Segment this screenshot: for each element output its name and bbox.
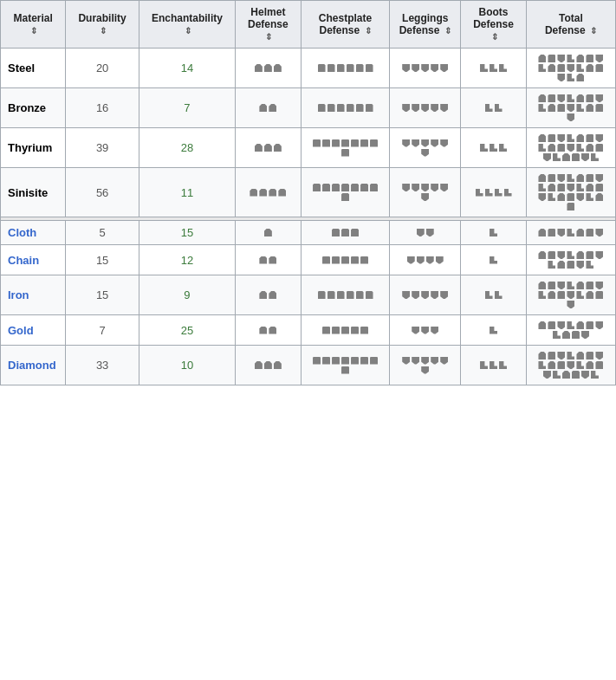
- leggings-defense-cell: [390, 245, 461, 275]
- enchantability-value: 11: [139, 168, 235, 217]
- col-header-total[interactable]: TotalDefense ⇕: [526, 1, 615, 49]
- boots-defense-cell: [461, 275, 527, 315]
- chest-pip: [360, 357, 368, 365]
- total-defense-cell: [526, 221, 615, 245]
- total-pip: [538, 55, 546, 62]
- enchantability-value: 15: [139, 221, 235, 245]
- chest-pip: [347, 104, 354, 112]
- total-pip: [572, 371, 580, 379]
- total-pip: [557, 184, 565, 191]
- total-pip: [586, 174, 593, 182]
- sort-arrows-material[interactable]: ⇕: [30, 26, 37, 36]
- sort-arrows-leggings[interactable]: ⇕: [444, 26, 451, 36]
- total-pip: [581, 153, 589, 161]
- total-pip: [538, 174, 546, 182]
- total-pip: [586, 352, 593, 359]
- boots-defense-cell: [461, 88, 527, 128]
- leg-pip: [421, 327, 429, 334]
- chest-pip: [356, 291, 364, 299]
- col-header-material[interactable]: Material ⇕: [1, 1, 66, 49]
- total-pip: [576, 174, 584, 182]
- total-pip: [576, 291, 584, 299]
- total-pip: [595, 55, 603, 62]
- col-header-leggings[interactable]: LeggingsDefense ⇕: [390, 1, 461, 49]
- total-pip: [595, 184, 603, 191]
- sort-arrows-chestplate[interactable]: ⇕: [365, 26, 372, 36]
- material-link-diamond[interactable]: Diamond: [8, 359, 56, 372]
- chest-pip: [356, 104, 364, 112]
- total-pip: [567, 94, 574, 102]
- leggings-defense-cell: [390, 346, 461, 385]
- chest-pip: [370, 184, 378, 191]
- material-label-bronze: Bronze: [8, 101, 46, 114]
- sort-arrows-helmet[interactable]: ⇕: [265, 32, 272, 42]
- col-header-boots[interactable]: BootsDefense ⇕: [461, 1, 527, 49]
- chest-pip: [360, 184, 368, 191]
- total-pip: [595, 361, 603, 369]
- chest-pip: [337, 104, 345, 112]
- leggings-defense-cell: [390, 49, 461, 88]
- total-defense-cell: [526, 168, 615, 217]
- total-pip: [567, 361, 574, 369]
- chest-pip: [351, 184, 359, 191]
- boot-pip: [490, 327, 497, 334]
- total-pip: [595, 193, 603, 201]
- total-pip: [567, 55, 574, 62]
- total-pip: [567, 193, 574, 201]
- leg-pip: [440, 291, 448, 299]
- chest-pip: [318, 64, 326, 72]
- total-pip: [581, 371, 589, 379]
- chest-pip: [366, 104, 373, 112]
- chest-pip: [341, 184, 349, 191]
- chestplate-defense-cell: [301, 346, 390, 385]
- leg-pip: [417, 229, 425, 236]
- col-header-durability[interactable]: Durability ⇕: [66, 1, 139, 49]
- col-header-enchantability[interactable]: Enchantability ⇕: [139, 1, 235, 49]
- leg-pip: [431, 104, 438, 112]
- leg-pip: [421, 104, 429, 112]
- total-pip: [557, 251, 565, 259]
- sort-arrows-enchantability[interactable]: ⇕: [185, 26, 191, 36]
- material-link-gold[interactable]: Gold: [8, 324, 34, 337]
- chest-pip: [360, 327, 368, 334]
- total-pip: [595, 321, 603, 329]
- helm-pip: [274, 64, 282, 72]
- total-pip: [538, 282, 546, 289]
- sort-arrows-total[interactable]: ⇕: [590, 26, 597, 36]
- helmet-defense-cell: [235, 128, 301, 168]
- total-pip: [586, 94, 593, 102]
- sort-arrows-boots[interactable]: ⇕: [491, 32, 498, 42]
- leg-pip: [440, 357, 448, 365]
- col-header-chestplate[interactable]: ChestplateDefense ⇕: [301, 1, 390, 49]
- helm-pip: [264, 361, 272, 369]
- total-pip: [595, 229, 603, 236]
- material-label-thyrium: Thyrium: [8, 141, 52, 154]
- total-defense-cell: [526, 275, 615, 315]
- helm-pip: [259, 327, 267, 334]
- leg-pip: [412, 327, 419, 334]
- leg-pip: [402, 291, 410, 299]
- col-header-helmet[interactable]: HelmetDefense ⇕: [235, 1, 301, 49]
- total-pip: [553, 331, 561, 339]
- leg-pip: [412, 64, 419, 72]
- chest-pip: [337, 64, 345, 72]
- boot-pip: [490, 144, 497, 152]
- boot-pip: [495, 104, 503, 112]
- enchantability-value: 14: [139, 49, 235, 88]
- total-pip: [595, 134, 603, 142]
- chest-pip: [318, 104, 326, 112]
- sort-arrows-durability[interactable]: ⇕: [100, 26, 107, 36]
- durability-value: 5: [66, 221, 139, 245]
- leg-pip: [431, 139, 438, 147]
- total-pip: [567, 301, 574, 308]
- material-link-iron[interactable]: Iron: [8, 288, 29, 301]
- total-pip: [548, 94, 555, 102]
- chestplate-defense-cell: [301, 221, 390, 245]
- total-pip: [591, 153, 599, 161]
- total-pip: [557, 261, 565, 269]
- total-pip: [557, 104, 565, 112]
- helm-pip: [259, 189, 267, 197]
- total-pip: [538, 184, 546, 191]
- material-link-chain[interactable]: Chain: [8, 254, 39, 267]
- material-link-cloth[interactable]: Cloth: [8, 226, 36, 239]
